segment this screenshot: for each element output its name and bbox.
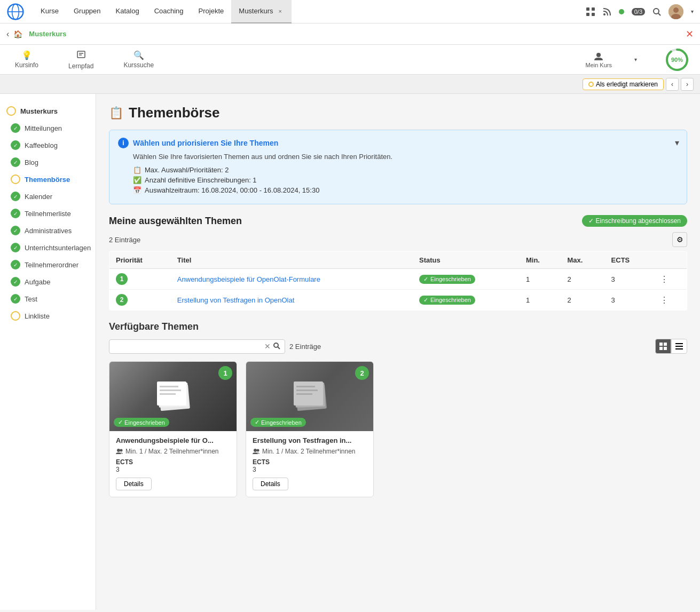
card-body-2: Erstellung von Testfragen in... Min. 1 /… <box>246 431 373 497</box>
search-icon-button[interactable] <box>652 7 661 16</box>
sidebar-dot-linkliste <box>11 311 20 321</box>
card-body-1: Anwendungsbeispiele für O... Min. 1 / Ma… <box>109 431 237 497</box>
grid-view-button[interactable] <box>655 339 671 354</box>
sidebar-item-mitteilungen[interactable]: ✓ Mitteilungen <box>0 120 96 137</box>
avatar-chevron[interactable]: ▾ <box>691 9 694 14</box>
breadcrumb-back-button[interactable]: ‹ <box>6 29 9 39</box>
priority-circle-1: 1 <box>116 273 128 285</box>
action-bar: Als erledigt markieren ‹ › <box>0 75 700 94</box>
prev-arrow-button[interactable]: ‹ <box>666 78 679 91</box>
ects-val-2: 3 <box>253 466 367 473</box>
sidebar-item-administratives[interactable]: ✓ Administratives <box>0 222 96 239</box>
enrolled-check-1: ✓ <box>118 419 123 426</box>
sidebar-dot-mitteilungen: ✓ <box>11 123 20 133</box>
info-box-collapse-button[interactable]: ▾ <box>675 138 679 148</box>
sidebar-item-teilnehmerordner[interactable]: ✓ Teilnehmerordner <box>0 256 96 273</box>
list-view-button[interactable] <box>671 339 687 354</box>
svg-point-35 <box>120 449 123 452</box>
course-nav-kurssuche[interactable]: 🔍 Kurssuche <box>119 50 158 69</box>
available-entries-count: 2 Einträge <box>289 343 651 351</box>
grid-icon-button[interactable] <box>586 7 595 17</box>
tab-close-button[interactable]: × <box>277 7 284 15</box>
svg-point-43 <box>257 449 259 452</box>
table-row: 1 Anwendungsbeispiele für OpenOlat-Formu… <box>109 269 687 290</box>
card-details-button-1[interactable]: Details <box>116 478 152 490</box>
nav-projekte[interactable]: Projekte <box>191 0 232 23</box>
logo[interactable] <box>6 3 25 21</box>
th-min: Min. <box>520 252 561 269</box>
sidebar-dot-teilnehmerliste: ✓ <box>11 209 20 218</box>
einschreibung-badge: ✓ Einschreibung abgeschlossen <box>582 215 687 227</box>
mein-kurs-item[interactable]: Mein Kurs <box>585 51 612 68</box>
sidebar-dot-kalender: ✓ <box>11 192 20 201</box>
kursinfo-label: Kursinfo <box>15 61 38 69</box>
main-layout: Musterkurs ✓ Mitteilungen ✓ Kaffeeblog ✓… <box>0 94 700 610</box>
td-title-2: Erstellung von Testfragen in OpenOlat <box>171 290 413 311</box>
svg-rect-23 <box>659 347 663 350</box>
svg-point-19 <box>274 343 278 347</box>
theme-card-1: 1 ✓ Eingeschrieben Anwendungsbeispiele f… <box>109 361 237 497</box>
sidebar-section-title: Musterkurs <box>0 102 96 120</box>
home-icon: 🏠 <box>13 30 22 38</box>
card-details-button-2[interactable]: Details <box>253 478 288 490</box>
title-link-2[interactable]: Erstellung von Testfragen in OpenOlat <box>177 296 294 304</box>
avatar[interactable] <box>668 4 683 19</box>
sidebar-dot-teilnehmerordner: ✓ <box>11 260 20 269</box>
breadcrumb-bar: ‹ 🏠 Musterkurs ✕ <box>0 23 700 45</box>
search-clear-button[interactable]: ✕ <box>264 342 271 351</box>
course-nav-lernpfad[interactable]: Lernpfad <box>64 50 98 70</box>
th-max: Max. <box>561 252 605 269</box>
more-options-button-2[interactable]: ⋮ <box>660 295 668 305</box>
td-max-2: 2 <box>561 290 605 311</box>
sidebar-item-linkliste[interactable]: Linkliste <box>0 307 96 324</box>
th-ects: ECTS <box>605 252 654 269</box>
title-link-1[interactable]: Anwendungsbeispiele für OpenOlat-Formula… <box>177 275 320 283</box>
next-arrow-button[interactable]: › <box>681 78 694 91</box>
td-priority-2: 2 <box>109 290 171 311</box>
course-nav-kursinfo[interactable]: 💡 Kursinfo <box>11 50 43 69</box>
card-image-2: 2 ✓ Eingeschrieben <box>246 362 373 431</box>
nav-kurse[interactable]: Kurse <box>33 0 66 23</box>
sidebar-item-kalender[interactable]: ✓ Kalender <box>0 188 96 205</box>
eingeschrieben-check-1: ✓ <box>423 276 428 283</box>
info-icon: i <box>118 138 129 148</box>
sidebar-item-aufgabe[interactable]: ✓ Aufgabe <box>0 273 96 290</box>
sidebar-musterkurs-label: Musterkurs <box>20 107 58 115</box>
search-input[interactable] <box>114 343 262 351</box>
sidebar-item-kaffeeblog[interactable]: ✓ Kaffeeblog <box>0 137 96 154</box>
rss-icon-button[interactable] <box>603 7 611 16</box>
svg-point-42 <box>254 449 257 452</box>
more-options-button-1[interactable]: ⋮ <box>660 274 668 284</box>
priority-circle-2: 2 <box>116 294 128 306</box>
svg-rect-25 <box>675 343 683 344</box>
ects-val-1: 3 <box>116 466 230 473</box>
svg-point-16 <box>596 53 601 57</box>
sidebar-item-teilnehmerliste[interactable]: ✓ Teilnehmerliste <box>0 205 96 222</box>
sidebar-item-themenboerse[interactable]: Themenbörse <box>0 171 96 188</box>
sidebar-dot-themenboerse <box>11 174 20 184</box>
info-box-details: 📋 Max. Auswahl/Prioritäten: 2 ✅ Anzahl d… <box>133 166 678 194</box>
svg-point-34 <box>117 449 120 452</box>
svg-rect-22 <box>664 343 667 346</box>
svg-rect-5 <box>586 13 589 16</box>
td-ects-1: 3 <box>605 269 654 290</box>
sidebar-item-blog[interactable]: ✓ Blog <box>0 154 96 171</box>
nav-musterkurs-tab[interactable]: Musterkurs × <box>231 0 291 23</box>
erledigt-label: Als erledigt markieren <box>596 81 658 88</box>
svg-rect-41 <box>296 393 312 395</box>
nav-coaching[interactable]: Coaching <box>147 0 191 23</box>
td-min-2: 1 <box>520 290 561 311</box>
sidebar-item-test[interactable]: ✓ Test <box>0 290 96 307</box>
search-submit-button[interactable] <box>273 342 280 351</box>
th-actions <box>654 252 687 269</box>
nav-katalog[interactable]: Katalog <box>108 0 147 23</box>
svg-rect-33 <box>160 393 176 395</box>
erledigt-markieren-button[interactable]: Als erledigt markieren <box>583 78 664 90</box>
mein-kurs-chevron[interactable]: ▾ <box>634 57 637 62</box>
nav-gruppen[interactable]: Gruppen <box>66 0 108 23</box>
breadcrumb-close-button[interactable]: ✕ <box>686 28 694 40</box>
sidebar-dot-blog: ✓ <box>11 157 20 167</box>
sidebar-item-unterrichtsunterlagen[interactable]: ✓ Unterrichtsunterlagen <box>0 239 96 256</box>
table-meta: 2 Einträge ⚙ <box>109 232 687 247</box>
gear-button[interactable]: ⚙ <box>672 232 687 247</box>
